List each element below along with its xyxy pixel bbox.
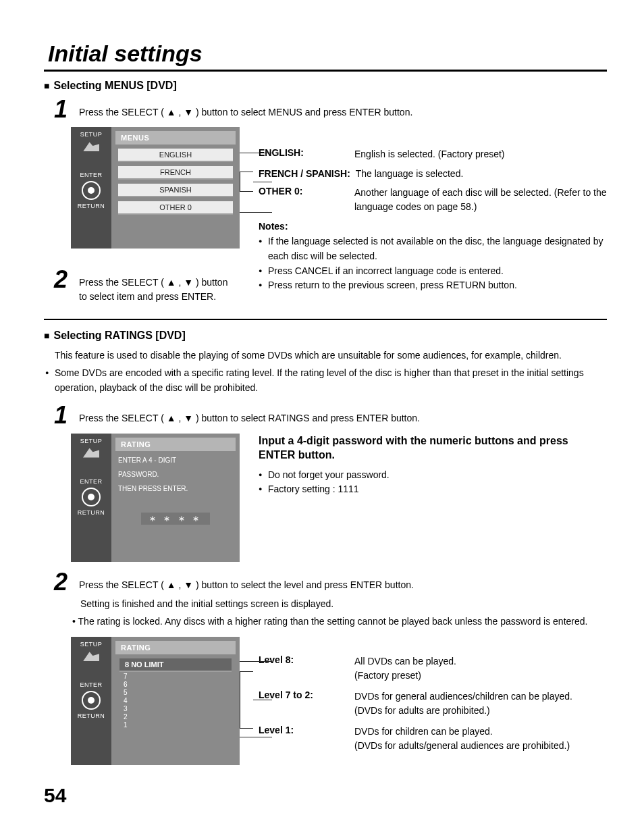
level-desc: DVDs for children can be played. (DVDs f…: [354, 725, 607, 753]
def-term: FRENCH / SPANISH: The language is select…: [259, 168, 607, 179]
dpad-icon: [82, 488, 101, 506]
def-desc: English is selected. (Factory preset): [354, 147, 607, 161]
step-number-1: 1: [49, 99, 72, 120]
level-desc: All DVDs can be played. (Factory preset): [354, 654, 607, 683]
osd-menus-header: MENUS: [115, 131, 236, 145]
ratings-step2-text: Press the SELECT ( ▲ , ▼ ) button to sel…: [79, 578, 414, 592]
password-instruction-heading: Input a 4-digit password with the numeri…: [259, 434, 607, 463]
dpad-icon: [82, 181, 101, 200]
osd-menus: SETUP ENTER RETURN MENUS ENGLISH FRENCH …: [71, 127, 240, 249]
osd-rating-header: RATING: [115, 641, 236, 654]
connector-line: [253, 182, 272, 182]
step-number-1: 1: [49, 405, 72, 426]
osd-enter-label: ENTER: [80, 478, 102, 485]
square-bullet-icon: ■: [44, 80, 49, 91]
osd-level-item-selected: 8 NO LIMIT: [119, 658, 232, 672]
osd-sub-text: PASSWORD.: [118, 469, 233, 479]
osd-level-item: 3: [119, 705, 232, 712]
ratings-intro1: This feature is used to disable the play…: [55, 348, 607, 363]
setup-icon: [83, 142, 99, 151]
level-term: Level 1:: [259, 725, 346, 735]
osd-sub-text: THEN PRESS ENTER.: [118, 484, 233, 494]
ratings-finish1: Setting is finished and the initial sett…: [80, 597, 607, 612]
setup-icon: [83, 652, 99, 661]
menus-step1-text: Press the SELECT ( ▲ , ▼ ) button to sel…: [79, 105, 412, 120]
note-item: Press CANCEL if an incorrect language co…: [259, 264, 607, 279]
osd-rating-levels: SETUP ENTER RETURN RATING 8 NO LIMIT 7 6…: [71, 637, 240, 765]
ratings-step1: 1 Press the SELECT ( ▲ , ▼ ) button to s…: [49, 405, 607, 426]
osd-level-item: 6: [119, 681, 232, 688]
osd-rating-header: RATING: [115, 438, 236, 451]
connector-line: [240, 153, 272, 153]
page-number: 54: [44, 784, 607, 807]
connector-line: [253, 700, 272, 700]
osd-level-item: 7: [119, 673, 232, 680]
osd-item: FRENCH: [118, 166, 233, 180]
osd-return-label: RETURN: [78, 509, 105, 516]
osd-level-item: 5: [119, 689, 232, 696]
connector-line: [240, 661, 272, 662]
ratings-intro2: Some DVDs are encoded with a specific ra…: [45, 366, 607, 395]
def-desc: Another language of each disc will be se…: [354, 186, 607, 214]
osd-setup-label: SETUP: [80, 438, 103, 444]
osd-level-item: 4: [119, 697, 232, 704]
section-heading-menus-text: Selecting MENUS [DVD]: [53, 80, 176, 92]
section-heading-ratings-text: Selecting RATINGS [DVD]: [53, 330, 185, 342]
connector-bracket: [240, 671, 253, 729]
section-heading-menus: ■ Selecting MENUS [DVD]: [44, 80, 607, 92]
section-heading-ratings: ■ Selecting RATINGS [DVD]: [44, 330, 607, 342]
osd-rating-password: SETUP ENTER RETURN RATING ENTER A 4 - DI…: [71, 434, 240, 562]
password-stars: ∗ ∗ ∗ ∗: [141, 513, 210, 525]
osd-return-label: RETURN: [78, 203, 105, 209]
osd-setup-label: SETUP: [80, 131, 103, 138]
square-bullet-icon: ■: [44, 330, 49, 341]
level-term: Level 7 to 2:: [259, 689, 346, 700]
pw-note: Factory setting : 1111: [259, 482, 607, 497]
osd-left-panel: SETUP ENTER RETURN: [71, 637, 111, 765]
osd-sub-text: ENTER A 4 - DIGIT: [118, 455, 233, 465]
pw-note: Do not forget your password.: [259, 468, 607, 483]
title-rule: [44, 70, 607, 72]
connector-line: [240, 212, 272, 213]
osd-setup-label: SETUP: [80, 641, 103, 648]
page-title: Initial settings: [48, 41, 607, 67]
osd-item: OTHER 0: [118, 201, 233, 215]
notes-heading: Notes:: [259, 221, 607, 232]
menus-step1: 1 Press the SELECT ( ▲ , ▼ ) button to s…: [49, 99, 607, 120]
osd-item: ENGLISH: [118, 149, 233, 162]
ratings-finish2: • The rating is locked. Any discs with a…: [72, 615, 607, 629]
notes-list: If the language selected is not availabl…: [259, 234, 607, 293]
osd-enter-label: ENTER: [80, 172, 102, 178]
osd-left-panel: SETUP ENTER RETURN: [71, 434, 111, 562]
dpad-icon: [82, 691, 101, 710]
setup-icon: [83, 448, 99, 458]
osd-left-panel: SETUP ENTER RETURN: [71, 127, 111, 249]
note-item: If the language selected is not availabl…: [259, 234, 607, 263]
connector-line: [240, 737, 272, 737]
level-term: Level 8:: [259, 654, 346, 665]
osd-item: SPANISH: [118, 184, 233, 197]
note-item: Press return to the previous screen, pre…: [259, 278, 607, 293]
def-term: OTHER 0:: [259, 186, 346, 197]
section-divider: [44, 319, 607, 320]
osd-enter-label: ENTER: [80, 681, 102, 688]
step-number-2: 2: [49, 571, 72, 593]
ratings-step1-text: Press the SELECT ( ▲ , ▼ ) button to sel…: [79, 411, 420, 425]
connector-bracket: [240, 172, 253, 192]
osd-return-label: RETURN: [78, 712, 105, 719]
ratings-step2: 2 Press the SELECT ( ▲ , ▼ ) button to s…: [49, 571, 607, 593]
osd-level-item: 2: [119, 713, 232, 721]
level-desc: DVDs for general audiences/children can …: [354, 689, 607, 718]
osd-level-item: 1: [119, 721, 232, 729]
